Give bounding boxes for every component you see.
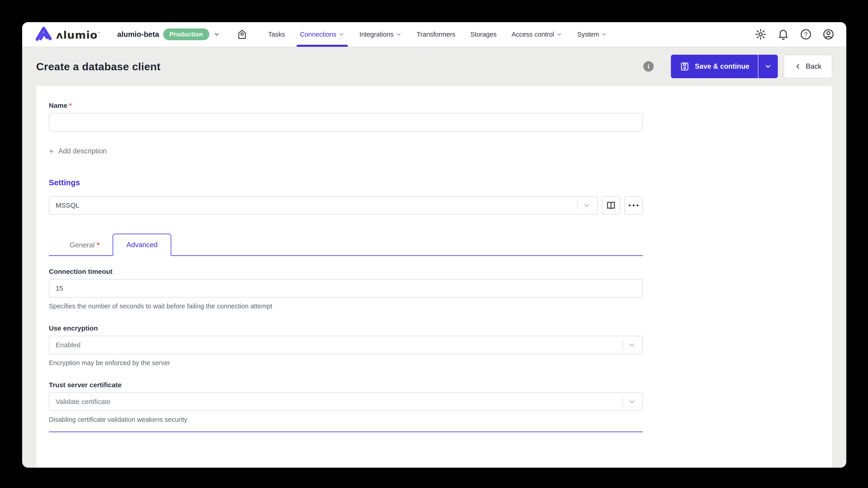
- chevron-left-icon: [795, 63, 801, 70]
- save-split-button: Save & continue: [671, 55, 778, 78]
- top-navigation-bar: ʌlumio™ alumio-beta Production Tasks Con…: [22, 22, 846, 47]
- trust-certificate-label: Trust server certificate: [49, 381, 643, 389]
- documentation-button[interactable]: [602, 196, 620, 215]
- client-type-select[interactable]: MSSQL: [49, 196, 598, 215]
- connection-timeout-group: Connection timeout Specifies the number …: [49, 268, 643, 310]
- required-asterisk: *: [69, 102, 72, 109]
- select-divider: [577, 201, 578, 210]
- chevron-down-icon: [583, 201, 591, 209]
- use-encryption-group: Use encryption Enabled Encryption may be…: [49, 324, 643, 367]
- account-button[interactable]: [822, 28, 835, 40]
- page-title: Create a database client: [36, 60, 160, 73]
- home-icon: [236, 28, 248, 40]
- chevron-down-icon: [601, 31, 607, 37]
- environment-name: alumio-beta: [117, 30, 159, 39]
- tab-general[interactable]: General *: [57, 234, 113, 256]
- use-encryption-select[interactable]: Enabled: [49, 336, 643, 354]
- chevron-down-icon: [213, 31, 220, 38]
- gear-icon: [754, 28, 767, 40]
- trust-certificate-group: Trust server certificate Validate certif…: [49, 381, 643, 423]
- page-actions: i Save & continue Back: [643, 55, 832, 78]
- main-nav: Tasks Connections Integrations Transform…: [261, 22, 615, 47]
- alumio-logo-icon: [34, 25, 53, 43]
- save-options-dropdown[interactable]: [758, 55, 778, 78]
- topbar-icon-group: ?: [754, 28, 835, 40]
- page-header: Create a database client i Save & contin…: [22, 47, 846, 86]
- nav-item-access-control[interactable]: Access control: [504, 22, 570, 47]
- back-button[interactable]: Back: [784, 55, 832, 78]
- required-asterisk: *: [97, 241, 99, 249]
- trust-certificate-select[interactable]: Validate certificate: [49, 392, 643, 411]
- plus-icon: +: [49, 147, 54, 156]
- chevron-down-icon: [628, 341, 636, 349]
- chevron-down-icon: [764, 63, 772, 70]
- advanced-tab-panel: Connection timeout Specifies the number …: [49, 256, 643, 432]
- ellipsis-icon: •••: [627, 201, 640, 209]
- nav-item-integrations[interactable]: Integrations: [352, 22, 409, 47]
- user-avatar-icon: [822, 28, 835, 40]
- more-options-button[interactable]: •••: [624, 196, 643, 215]
- name-label: Name*: [49, 102, 643, 109]
- connection-timeout-input[interactable]: [49, 279, 643, 297]
- chevron-down-icon: [339, 31, 344, 37]
- add-description-link[interactable]: + Add description: [49, 147, 107, 156]
- save-continue-button[interactable]: Save & continue: [671, 55, 758, 78]
- environment-switcher[interactable]: alumio-beta Production: [117, 29, 220, 40]
- question-mark-icon: ?: [800, 28, 812, 40]
- chevron-down-icon: [396, 31, 402, 37]
- create-client-form-card: Name* + Add description Settings MSSQL: [36, 86, 832, 468]
- environment-badge: Production: [163, 29, 209, 40]
- select-divider: [622, 340, 623, 350]
- notifications-button[interactable]: [777, 28, 789, 40]
- svg-text:?: ?: [804, 31, 807, 38]
- settings-gear-button[interactable]: [754, 28, 767, 40]
- nav-item-storages[interactable]: Storages: [463, 22, 504, 47]
- tab-advanced[interactable]: Advanced: [113, 234, 171, 256]
- help-button[interactable]: ?: [800, 28, 812, 40]
- name-input[interactable]: [49, 113, 643, 131]
- settings-tabs: General * Advanced: [49, 234, 643, 256]
- home-environment-button[interactable]: [236, 28, 248, 40]
- use-encryption-helper: Encryption may be enforced by the server: [49, 359, 643, 367]
- nav-item-tasks[interactable]: Tasks: [261, 22, 292, 47]
- logo-wordmark: ʌlumio™: [56, 25, 101, 44]
- info-icon[interactable]: i: [643, 61, 654, 72]
- settings-heading: Settings: [49, 178, 643, 187]
- bell-icon: [777, 28, 789, 40]
- chevron-down-icon: [556, 31, 562, 37]
- save-floppy-icon: [680, 61, 690, 72]
- connection-timeout-label: Connection timeout: [49, 268, 643, 275]
- chevron-down-icon: [628, 398, 636, 406]
- app-window: ʌlumio™ alumio-beta Production Tasks Con…: [22, 22, 846, 468]
- nav-item-connections[interactable]: Connections: [292, 22, 352, 47]
- use-encryption-label: Use encryption: [49, 324, 643, 332]
- client-type-row: MSSQL •••: [49, 196, 643, 215]
- nav-item-system[interactable]: System: [569, 22, 615, 47]
- nav-item-transformers[interactable]: Transformers: [409, 22, 463, 47]
- alumio-logo: ʌlumio™: [34, 25, 101, 44]
- trust-certificate-helper: Disabling certificate validation weakens…: [49, 416, 643, 423]
- trademark-mark: ™: [98, 31, 101, 36]
- connection-timeout-helper: Specifies the number of seconds to wait …: [49, 302, 643, 310]
- name-field-group: Name*: [49, 102, 643, 131]
- select-divider: [622, 397, 623, 406]
- book-icon: [606, 200, 616, 210]
